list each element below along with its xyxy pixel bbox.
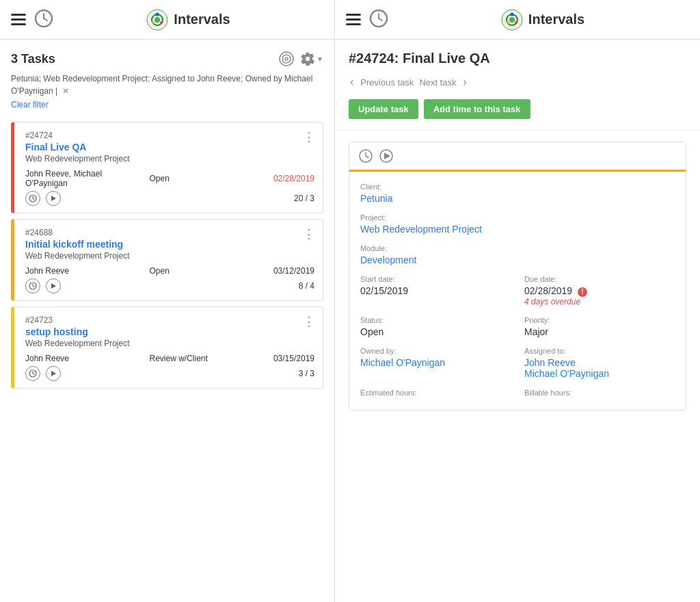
task-actions-2: 3 / 3 (25, 366, 314, 381)
clear-filter-link[interactable]: Clear filter (11, 99, 323, 111)
status-field: Status: Open (360, 316, 511, 337)
svg-marker-23 (51, 371, 56, 376)
svg-line-14 (33, 198, 35, 200)
task-timer-btn-2[interactable] (25, 366, 40, 381)
task-project-1: Web Redevelopment Project (25, 251, 314, 261)
svg-point-31 (515, 21, 517, 24)
start-date-value: 02/15/2019 (360, 285, 511, 296)
module-label: Module: (360, 244, 675, 252)
svg-point-7 (160, 21, 163, 24)
next-task-link[interactable]: Next task (419, 77, 456, 88)
task-assignee-1: John Reeve (25, 266, 138, 276)
task-play-btn-1[interactable] (46, 278, 61, 293)
owned-by-value[interactable]: Michael O'Paynigan (360, 357, 511, 368)
priority-value: Major (524, 326, 675, 337)
task-date-1: 03/12/2019 (273, 266, 314, 276)
task-timer-btn-1[interactable] (25, 278, 40, 293)
task-actions-0: 20 / 3 (25, 191, 314, 206)
header-action-icons: ▼ (278, 51, 323, 67)
task-assignee-0: John Reeve, Michael O'Paynigan (25, 169, 138, 188)
left-top-bar: Intervals (0, 0, 334, 40)
svg-point-11 (285, 57, 288, 60)
add-time-button[interactable]: Add time to this task (424, 99, 530, 119)
svg-marker-37 (384, 153, 390, 159)
task-title-0[interactable]: Final Live QA (25, 142, 314, 153)
left-panel: Intervals 3 Tasks ▼ (0, 0, 335, 602)
project-label: Project: (360, 213, 675, 222)
svg-point-30 (510, 12, 513, 16)
task-detail-title: #24724: Final Live QA (349, 51, 686, 66)
task-timer-btn-0[interactable] (25, 191, 40, 206)
task-action-buttons: Update task Add time to this task (349, 99, 686, 119)
project-value[interactable]: Web Redevelopment Project (360, 224, 675, 235)
svg-line-18 (33, 286, 35, 287)
task-navigation: ‹ Previous task Next task › (349, 75, 686, 90)
client-value[interactable]: Petunia (360, 193, 675, 204)
task-num-0: #24724 (25, 131, 314, 140)
svg-marker-19 (51, 283, 56, 289)
overdue-alert-icon: ! (578, 287, 587, 297)
task-date-0: 02/28/2019 (273, 174, 314, 183)
svg-point-6 (156, 12, 159, 16)
task-card-menu-1[interactable]: ⋮ (303, 226, 316, 241)
task-detail-body: Client: Petunia Project: Web Redevelopme… (335, 131, 700, 602)
next-task-chevron[interactable]: › (462, 75, 468, 90)
svg-point-9 (280, 52, 293, 66)
task-card-menu-2[interactable]: ⋮ (303, 314, 316, 329)
prev-task-chevron[interactable]: ‹ (349, 75, 355, 90)
target-icon[interactable] (278, 51, 295, 67)
detail-card-header (349, 142, 686, 172)
left-content: 3 Tasks ▼ Petunia; Web (0, 40, 334, 602)
due-date-value: 02/28/2019 ! (524, 285, 675, 297)
svg-line-2 (44, 18, 47, 21)
task-card-menu-0[interactable]: ⋮ (303, 129, 316, 144)
update-task-button[interactable]: Update task (349, 99, 418, 119)
clear-filter-x-icon[interactable]: ✕ (62, 86, 69, 96)
due-date-field: Due date: 02/28/2019 ! 4 days overdue (524, 275, 675, 306)
right-hamburger-icon[interactable] (346, 14, 361, 25)
estimated-hours-label: Estimated hours: (360, 389, 511, 397)
task-title-1[interactable]: Initial kickoff meeting (25, 239, 314, 250)
task-date-2: 03/15/2019 (273, 354, 314, 363)
task-play-btn-2[interactable] (46, 366, 61, 381)
detail-clock-icon (359, 149, 373, 163)
start-date-field: Start date: 02/15/2019 (360, 275, 511, 306)
task-detail-card: Client: Petunia Project: Web Redevelopme… (349, 142, 686, 410)
overdue-text: 4 days overdue (524, 297, 675, 306)
task-card-0: ⋮ #24724 Final Live QA Web Redevelopment… (11, 122, 323, 213)
task-list: ⋮ #24724 Final Live QA Web Redevelopment… (11, 122, 323, 389)
assigned-to-value1[interactable]: John Reeve (524, 357, 675, 368)
task-status-0: Open (149, 174, 262, 183)
task-ratio-0: 20 / 3 (294, 194, 314, 203)
left-logo-text: Intervals (174, 12, 230, 27)
task-title-2[interactable]: setup hosting (25, 326, 314, 337)
left-logo-area: Intervals (146, 9, 230, 31)
hamburger-menu-icon[interactable] (11, 14, 26, 25)
task-project-0: Web Redevelopment Project (25, 154, 314, 163)
svg-point-29 (509, 17, 515, 23)
client-label: Client: (360, 183, 675, 191)
clock-timer-icon[interactable] (34, 9, 53, 30)
project-field: Project: Web Redevelopment Project (360, 213, 675, 235)
svg-line-22 (33, 374, 35, 375)
assigned-to-value2[interactable]: Michael O'Paynigan (524, 368, 675, 379)
task-card-1: ⋮ #24688 Initial kickoff meeting Web Red… (11, 219, 323, 301)
assigned-to-label: Assigned to: (524, 347, 675, 355)
billable-hours-field: Billable hours: (524, 389, 675, 399)
gear-dropdown-arrow: ▼ (317, 55, 323, 63)
svg-marker-15 (51, 196, 56, 201)
owned-by-field: Owned by: Michael O'Paynigan (360, 347, 511, 379)
task-actions-1: 8 / 4 (25, 278, 314, 293)
svg-point-10 (282, 55, 291, 63)
task-project-2: Web Redevelopment Project (25, 339, 314, 348)
prev-task-link[interactable]: Previous task (360, 77, 414, 88)
task-play-btn-0[interactable] (46, 191, 61, 206)
tasks-header: 3 Tasks ▼ (11, 51, 323, 67)
right-clock-icon[interactable] (369, 9, 388, 30)
module-value[interactable]: Development (360, 254, 675, 265)
svg-line-26 (379, 18, 382, 21)
task-detail-header: #24724: Final Live QA ‹ Previous task Ne… (335, 40, 700, 131)
estimated-hours-field: Estimated hours: (360, 389, 511, 399)
gear-settings-icon[interactable]: ▼ (300, 51, 323, 66)
svg-point-5 (154, 17, 160, 23)
